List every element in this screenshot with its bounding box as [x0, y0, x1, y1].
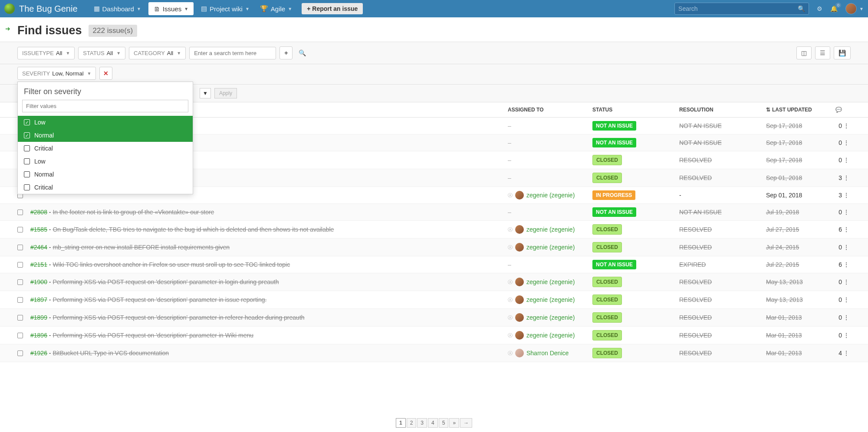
issue-title[interactable]: Wiki TOC links overshoot anchor in Firef… — [53, 261, 290, 268]
row-menu-icon[interactable]: ⋮ — [843, 244, 849, 251]
row-checkbox[interactable] — [17, 209, 23, 215]
assignee-name[interactable]: Sharron Denice — [526, 350, 569, 357]
row-menu-icon[interactable]: ⋮ — [843, 314, 849, 321]
row-checkbox[interactable] — [17, 262, 23, 268]
settings-icon[interactable]: ⚙ — [817, 5, 822, 12]
remove-assignee-icon[interactable]: ⓧ — [508, 314, 513, 321]
user-avatar[interactable] — [845, 3, 857, 14]
row-menu-icon[interactable]: ⋮ — [843, 139, 849, 146]
dropdown-option[interactable]: ✓Normal — [18, 129, 193, 142]
row-menu-icon[interactable]: ⋮ — [843, 261, 849, 268]
assignee-name[interactable]: zegenie (zegenie) — [526, 278, 575, 285]
issue-id-link[interactable]: #1900 — [30, 278, 47, 285]
issue-id-link[interactable]: #1585 — [30, 226, 47, 233]
row-checkbox[interactable] — [17, 279, 23, 285]
chevron-down-icon[interactable]: ▼ — [859, 7, 864, 11]
comment-count: 0 — [829, 332, 842, 339]
col-comments[interactable]: 💬 — [829, 107, 842, 113]
nav-agile[interactable]: 🏆Agile▼ — [255, 0, 297, 17]
row-checkbox[interactable] — [17, 245, 23, 250]
issue-id-link[interactable]: #2808 — [30, 209, 47, 216]
assignee-name[interactable]: zegenie (zegenie) — [526, 314, 575, 321]
remove-assignee-icon[interactable]: ⓧ — [508, 297, 513, 303]
remove-assignee-icon[interactable]: ⓧ — [508, 332, 513, 339]
row-menu-icon[interactable]: ⋮ — [843, 332, 849, 339]
col-assigned[interactable]: ASSIGNED TO — [508, 107, 592, 113]
assignee-name[interactable]: zegenie (zegenie) — [526, 296, 575, 303]
resolution-text: RESOLVED — [679, 174, 766, 181]
remove-assignee-icon[interactable]: ⓧ — [508, 192, 513, 199]
issue-title[interactable]: Performing XSS via POST request on 'desc… — [53, 278, 279, 285]
col-updated[interactable]: ⇅LAST UPDATED — [766, 107, 829, 113]
filter-category[interactable]: CATEGORYAll▼ — [129, 47, 186, 59]
filter-severity[interactable]: SEVERITYLow, Normal▼ — [17, 67, 96, 80]
remove-assignee-icon[interactable]: ⓧ — [508, 279, 513, 285]
row-checkbox[interactable] — [17, 350, 23, 356]
dropdown-option[interactable]: ✓Low — [18, 116, 193, 129]
notifications-icon[interactable]: 🔔0 — [830, 5, 838, 12]
dropdown-option[interactable]: Critical — [18, 181, 193, 194]
dropdown-option[interactable]: Critical — [18, 142, 193, 155]
col-status[interactable]: STATUS — [592, 107, 679, 113]
dropdown-option[interactable]: Low — [18, 155, 193, 168]
dropdown-filter-input[interactable] — [22, 100, 188, 112]
issue-id-link[interactable]: #2151 — [30, 261, 47, 268]
dropdown-option[interactable]: Normal — [18, 168, 193, 181]
settings-button[interactable]: ☰ — [815, 46, 830, 59]
row-menu-icon[interactable]: ⋮ — [843, 278, 849, 285]
issue-id-link[interactable]: #1926 — [30, 350, 47, 357]
nav-issues[interactable]: 🗎Issues▼ — [148, 2, 194, 15]
search-icon[interactable]: 🔍 — [296, 47, 309, 59]
row-menu-icon[interactable]: ⋮ — [843, 122, 849, 129]
comment-count: 0 — [829, 209, 842, 216]
search-input[interactable] — [678, 5, 798, 12]
row-checkbox[interactable] — [17, 297, 23, 303]
assignee-name[interactable]: zegenie (zegenie) — [526, 226, 575, 233]
expand-sidebar-icon[interactable]: ➜ — [5, 25, 10, 32]
add-filter-button[interactable]: + — [279, 46, 293, 59]
row-checkbox[interactable] — [17, 227, 23, 232]
row-menu-icon[interactable]: ⋮ — [843, 350, 849, 357]
issue-title[interactable]: In the footer not is link to group of th… — [53, 209, 214, 216]
row-checkbox[interactable] — [17, 315, 23, 321]
apply-button[interactable]: Apply — [214, 88, 237, 98]
issue-id-link[interactable]: #1896 — [30, 332, 47, 339]
comment-count: 3 — [829, 192, 842, 199]
remove-assignee-icon[interactable]: ⓧ — [508, 350, 513, 357]
issue-title[interactable]: Performing XSS via POST request on 'desc… — [53, 314, 304, 321]
table-row: #1900 - Performing XSS via POST request … — [0, 273, 868, 291]
save-button[interactable]: 💾 — [834, 46, 851, 59]
remove-assignee-icon[interactable]: ⓧ — [508, 226, 513, 233]
assignee-name[interactable]: zegenie (zegenie) — [526, 192, 575, 199]
filter-status[interactable]: STATUSAll▼ — [78, 47, 125, 59]
nav-dashboard[interactable]: ▦Dashboard▼ — [89, 0, 146, 17]
row-menu-icon[interactable]: ⋮ — [843, 209, 849, 216]
issue-title[interactable]: Performing XSS via POST request on 'desc… — [53, 296, 266, 303]
row-menu-icon[interactable]: ⋮ — [843, 192, 849, 199]
clear-filter-button[interactable]: ✕ — [99, 67, 112, 80]
report-issue-button[interactable]: +Report an issue — [302, 3, 363, 14]
remove-assignee-icon[interactable]: ⓧ — [508, 244, 513, 251]
issue-title[interactable]: On Bug/Task delete, TBG tries to navigat… — [53, 226, 334, 233]
issue-title[interactable]: BitBucket URL Type in VCS documentation — [53, 350, 169, 357]
col-resolution[interactable]: RESOLUTION — [679, 107, 766, 113]
row-menu-icon[interactable]: ⋮ — [843, 226, 849, 233]
filter-issuetype[interactable]: ISSUETYPEAll▼ — [17, 47, 75, 59]
issue-id-link[interactable]: #1897 — [30, 296, 47, 303]
assignee-name[interactable]: zegenie (zegenie) — [526, 244, 575, 251]
row-menu-icon[interactable]: ⋮ — [843, 296, 849, 303]
issue-title[interactable]: Performing XSS via POST request on 'desc… — [53, 332, 253, 339]
issue-id-link[interactable]: #2464 — [30, 244, 47, 251]
issue-title[interactable]: mb_string error on new install BEFORE in… — [53, 244, 230, 251]
bulk-action-select[interactable]: ▼ — [200, 88, 211, 98]
filter-search-input[interactable] — [189, 47, 276, 59]
assignee-name[interactable]: zegenie (zegenie) — [526, 332, 575, 339]
search-icon[interactable]: 🔍 — [798, 5, 805, 12]
row-menu-icon[interactable]: ⋮ — [843, 157, 849, 164]
nav-projectwiki[interactable]: ▤Project wiki▼ — [196, 0, 255, 17]
row-checkbox[interactable] — [17, 333, 23, 338]
global-search[interactable]: 🔍 — [674, 3, 809, 15]
issue-id-link[interactable]: #1899 — [30, 314, 47, 321]
columns-button[interactable]: ◫ — [796, 46, 812, 59]
row-menu-icon[interactable]: ⋮ — [843, 174, 849, 181]
